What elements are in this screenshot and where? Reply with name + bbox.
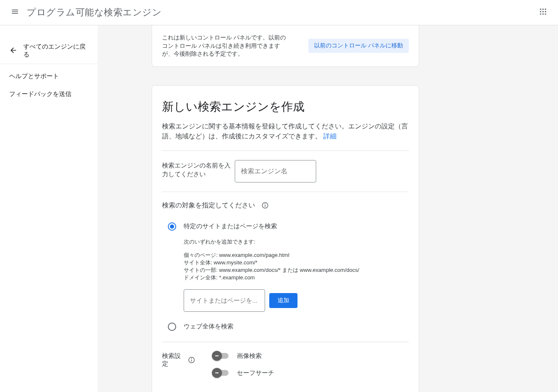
search-target-radio-group: 特定のサイトまたはページを検索 次のいずれかを追加できます: 個々のページ: w… <box>162 222 409 331</box>
svg-point-3 <box>540 11 541 12</box>
radio-button-icon <box>168 222 176 231</box>
main-content: これは新しいコントロール パネルです。以前のコントロール パネルは引き続き利用で… <box>98 25 558 392</box>
go-to-old-panel-button[interactable]: 以前のコントロール パネルに移動 <box>308 39 409 53</box>
create-engine-card: 新しい検索エンジンを作成 検索エンジンに関する基本情報を登録して作成してください… <box>152 85 419 392</box>
radio-web-label: ウェブ全体を検索 <box>184 323 234 330</box>
details-list: 個々のページ: www.example.com/page.html サイト全体:… <box>184 251 409 282</box>
search-target-heading: 検索の対象を指定してください <box>162 201 409 210</box>
arrow-back-icon <box>9 46 23 56</box>
radio-specific-label: 特定のサイトまたはページを検索 <box>184 222 277 230</box>
details-lead: 次のいずれかを追加できます: <box>184 238 409 246</box>
radio-button-icon <box>168 323 176 331</box>
hamburger-menu-button[interactable] <box>7 4 23 21</box>
back-to-engines-link[interactable]: すべてのエンジンに戻る <box>0 38 98 64</box>
svg-point-6 <box>540 13 541 15</box>
svg-point-4 <box>542 11 543 12</box>
svg-point-7 <box>542 13 543 15</box>
learn-more-link[interactable]: 詳細 <box>323 133 337 140</box>
sidebar-help-link[interactable]: ヘルプとサポート <box>0 67 98 85</box>
back-label: すべてのエンジンに戻る <box>23 43 91 59</box>
sidebar-feedback-link[interactable]: フィードバックを送信 <box>0 85 98 103</box>
engine-name-row: 検索エンジンの名前を入力してください <box>162 160 409 182</box>
engine-name-input[interactable] <box>235 160 316 182</box>
safe-search-toggle-label: セーフサーチ <box>237 369 274 377</box>
sidebar: すべてのエンジンに戻る ヘルプとサポート フィードバックを送信 <box>0 25 98 392</box>
image-search-toggle-label: 画像検索 <box>237 352 262 360</box>
site-url-input[interactable] <box>184 289 265 312</box>
safe-search-toggle[interactable] <box>213 370 229 376</box>
info-banner: これは新しいコントロール パネルです。以前のコントロール パネルは引き続き利用で… <box>152 25 419 67</box>
details-line-3: サイトの一部: www.example.com/docs/* または www.e… <box>184 266 409 274</box>
search-settings-label: 検索設定 <box>162 352 195 368</box>
search-target-label: 検索の対象を指定してください <box>162 201 255 210</box>
product-title: プログラム可能な検索エンジン <box>27 6 162 19</box>
search-settings-row: 検索設定 画像検索 <box>162 352 409 386</box>
safe-search-toggle-row: セーフサーチ <box>213 369 274 377</box>
description-text: 検索エンジンに関する基本情報を登録して作成してください。エンジンの設定（言語、地… <box>162 123 408 140</box>
specific-sites-details: 次のいずれかを追加できます: 個々のページ: www.example.com/p… <box>162 238 409 312</box>
add-site-button[interactable]: 追加 <box>269 293 297 308</box>
details-line-4: ドメイン全体: *.example.com <box>184 274 409 281</box>
menu-icon <box>11 7 19 17</box>
info-icon[interactable] <box>188 356 195 364</box>
radio-entire-web[interactable]: ウェブ全体を検索 <box>162 323 409 331</box>
apps-grid-icon <box>539 7 547 17</box>
top-bar: プログラム可能な検索エンジン <box>0 0 558 25</box>
svg-point-11 <box>265 204 265 205</box>
banner-text: これは新しいコントロール パネルです。以前のコントロール パネルは引き続き利用で… <box>162 34 287 58</box>
radio-item-specific: 特定のサイトまたはページを検索 次のいずれかを追加できます: 個々のページ: w… <box>162 222 409 312</box>
image-search-toggle[interactable] <box>213 353 229 359</box>
engine-name-label: 検索エンジンの名前を入力してください <box>162 160 235 178</box>
info-icon[interactable] <box>261 201 269 210</box>
details-line-1: 個々のページ: www.example.com/page.html <box>184 251 409 259</box>
svg-point-2 <box>545 9 546 10</box>
page-title: 新しい検索エンジンを作成 <box>162 99 409 115</box>
svg-point-1 <box>542 9 543 10</box>
toggle-knob-icon <box>212 368 222 378</box>
image-search-toggle-row: 画像検索 <box>213 352 274 360</box>
settings-label-text: 検索設定 <box>162 352 184 368</box>
radio-item-web: ウェブ全体を検索 <box>162 323 409 331</box>
settings-toggles: 画像検索 セーフサーチ <box>213 352 274 386</box>
svg-point-14 <box>192 358 192 359</box>
svg-point-0 <box>540 9 541 10</box>
details-line-2: サイト全体: www.mysite.com/* <box>184 259 409 266</box>
radio-specific-sites[interactable]: 特定のサイトまたはページを検索 <box>162 222 409 231</box>
svg-point-5 <box>545 11 546 12</box>
add-site-row: 追加 <box>184 289 409 312</box>
page-description: 検索エンジンに関する基本情報を登録して作成してください。エンジンの設定（言語、地… <box>162 121 409 141</box>
svg-point-8 <box>545 13 546 15</box>
apps-button[interactable] <box>535 4 551 21</box>
toggle-knob-icon <box>212 351 222 361</box>
